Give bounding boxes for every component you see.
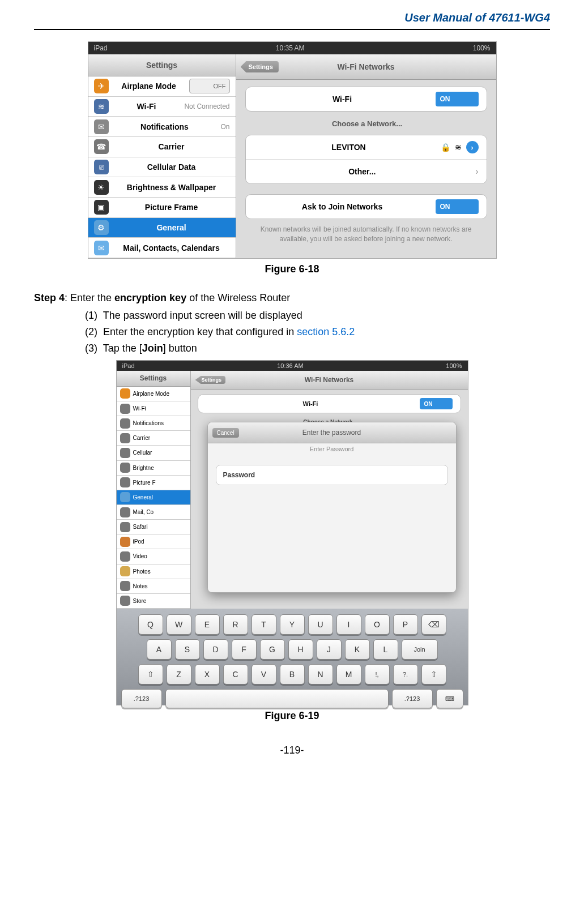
key-t[interactable]: T	[251, 614, 276, 635]
sidebar-item[interactable]: Airplane Mode	[117, 387, 190, 401]
airplane-icon	[120, 388, 130, 399]
sidebar-item-airplane[interactable]: ✈ Airplane Mode OFF	[88, 76, 236, 97]
sidebar-item-label: Mail, Contacts, Calendars	[113, 243, 230, 253]
cellular-icon: ⎚	[94, 160, 109, 174]
sidebar-item[interactable]: iPod	[117, 534, 190, 549]
sidebar-item-label: Picture F	[133, 480, 156, 486]
key-r[interactable]: R	[223, 614, 248, 635]
key-numbers-right[interactable]: .?123	[392, 689, 433, 708]
sidebar-item[interactable]: Carrier	[117, 431, 190, 446]
cancel-button[interactable]: Cancel	[212, 428, 239, 438]
status-right: 100%	[446, 362, 462, 369]
key-s[interactable]: S	[175, 639, 200, 660]
sidebar-item[interactable]: Brightne	[117, 461, 190, 476]
section-link[interactable]: section 5.6.2	[297, 326, 355, 337]
detail-disclosure-icon[interactable]: ›	[466, 141, 479, 153]
sidebar-item-label: General	[113, 223, 230, 232]
key-shift-right[interactable]: ⇧	[421, 664, 446, 685]
sidebar-item-cellular[interactable]: ⎚ Cellular Data	[88, 157, 236, 178]
sidebar-item[interactable]: Mail, Co	[117, 505, 190, 520]
sidebar-item-general[interactable]: General	[117, 490, 190, 505]
key-b[interactable]: B	[280, 664, 305, 685]
ask-on-toggle[interactable]: ON	[436, 199, 479, 214]
key-h[interactable]: H	[288, 639, 313, 660]
sidebar-item[interactable]: Notifications	[117, 416, 190, 431]
key-hide-keyboard[interactable]: ⌨	[436, 689, 463, 708]
key-p[interactable]: P	[393, 614, 418, 635]
step-4-heading: Step 4: Enter the encryption key of the …	[34, 292, 550, 304]
key-c[interactable]: C	[223, 664, 248, 685]
sidebar-item[interactable]: Notes	[117, 579, 190, 594]
sidebar-item[interactable]: Wi-Fi	[117, 401, 190, 416]
sidebar-item-carrier[interactable]: ☎ Carrier	[88, 137, 236, 157]
video-icon	[120, 551, 130, 562]
modal-header: Cancel Enter the password	[208, 422, 456, 443]
sidebar-item-label: Cellular Data	[113, 162, 230, 172]
key-a[interactable]: A	[147, 639, 172, 660]
sidebar-item-brightness[interactable]: ☀ Brightness & Wallpaper	[88, 177, 236, 198]
wifi-on-toggle[interactable]: ON	[436, 92, 479, 106]
key-m[interactable]: M	[336, 664, 361, 685]
key-z[interactable]: Z	[167, 664, 191, 685]
sidebar-item[interactable]: Safari	[117, 520, 190, 534]
sidebar-item[interactable]: Store	[117, 594, 190, 609]
key-backspace[interactable]: ⌫	[421, 614, 446, 635]
settings-sidebar: Settings Airplane Mode Wi-Fi Notificatio…	[117, 371, 191, 609]
back-button[interactable]: Settings	[241, 61, 279, 72]
key-question-period[interactable]: ?.	[393, 664, 418, 685]
key-g[interactable]: G	[260, 639, 285, 660]
airplane-toggle[interactable]: OFF	[189, 79, 230, 93]
sidebar-item-mail[interactable]: ✉ Mail, Contacts, Calendars	[88, 238, 236, 258]
key-exclaim-comma[interactable]: !,	[365, 664, 390, 685]
key-e[interactable]: E	[195, 614, 220, 635]
wifi-on-toggle[interactable]: ON	[420, 398, 453, 409]
key-v[interactable]: V	[251, 664, 276, 685]
substep-text: Tap the [	[103, 343, 142, 354]
key-f[interactable]: F	[232, 639, 257, 660]
sidebar-item-wifi[interactable]: ≋ Wi-Fi Not Connected	[88, 97, 236, 117]
key-shift-left[interactable]: ⇧	[138, 664, 163, 685]
password-field[interactable]: Password	[216, 465, 448, 485]
keyboard-row-4: .?123 .?123 ⌨	[121, 689, 463, 708]
key-i[interactable]: I	[336, 614, 361, 635]
status-right: 100%	[473, 44, 491, 52]
key-join[interactable]: Join	[402, 639, 438, 660]
figure-caption-1: Figure 6-18	[34, 263, 550, 275]
key-k[interactable]: K	[345, 639, 370, 660]
wifi-icon: ≋	[94, 99, 109, 114]
sidebar-item[interactable]: Video	[117, 549, 190, 564]
figure-6-19: iPad 10:36 AM 100% Settings Airplane Mod…	[34, 360, 550, 722]
sidebar-item[interactable]: Picture F	[117, 476, 190, 490]
sidebar-item-label: General	[133, 494, 154, 500]
key-d[interactable]: D	[203, 639, 228, 660]
wifi-toggle-row[interactable]: Wi-Fi ON	[198, 395, 461, 413]
key-numbers-left[interactable]: .?123	[121, 689, 162, 708]
key-j[interactable]: J	[317, 639, 342, 660]
password-modal: Cancel Enter the password Enter Password…	[207, 422, 457, 593]
network-row-leviton[interactable]: LEVITON 🔒 ≋ ›	[246, 135, 487, 160]
key-q[interactable]: Q	[138, 614, 163, 635]
back-button[interactable]: Settings	[195, 376, 226, 384]
network-row-other[interactable]: Other... ›	[246, 160, 487, 183]
airplane-icon: ✈	[94, 79, 109, 93]
gear-icon	[120, 492, 130, 502]
key-l[interactable]: L	[373, 639, 398, 660]
sidebar-item[interactable]: Cellular	[117, 446, 190, 460]
sidebar-item[interactable]: Photos	[117, 564, 190, 579]
wifi-toggle-row[interactable]: Wi-Fi ON	[246, 87, 487, 111]
key-x[interactable]: X	[195, 664, 220, 685]
key-space[interactable]	[165, 689, 389, 708]
page-number: -119-	[34, 745, 550, 756]
key-u[interactable]: U	[308, 614, 333, 635]
substep-num: (1)	[85, 310, 97, 321]
sidebar-item-notifications[interactable]: ✉ Notifications On	[88, 117, 236, 137]
key-w[interactable]: W	[167, 614, 191, 635]
status-bar: iPad 10:36 AM 100%	[117, 361, 468, 371]
key-y[interactable]: Y	[280, 614, 305, 635]
key-o[interactable]: O	[365, 614, 390, 635]
sidebar-item-picture-frame[interactable]: ▣ Picture Frame	[88, 198, 236, 218]
notes-icon	[120, 581, 130, 591]
sidebar-item-general[interactable]: ⚙ General	[88, 218, 236, 238]
ask-join-row[interactable]: Ask to Join Networks ON	[246, 195, 487, 219]
key-n[interactable]: N	[308, 664, 333, 685]
